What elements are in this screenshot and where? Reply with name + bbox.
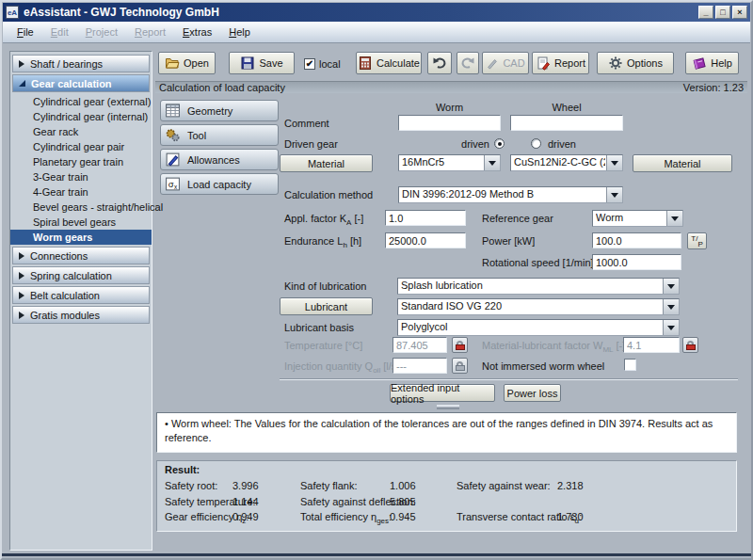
allowances-button[interactable]: Allowances — [160, 149, 279, 170]
warning-box: • Worm wheel: The Values for the calcula… — [156, 412, 737, 453]
menu-help[interactable]: Help — [220, 22, 259, 42]
panel-title: Calculation of load capacity — [159, 82, 285, 93]
sidebar-item-spring-calculation[interactable]: Spring calculation — [12, 266, 150, 284]
load-capacity-button[interactable]: σx Load capacity — [160, 173, 279, 195]
lubricant-button[interactable]: Lubricant — [280, 297, 373, 315]
window-bottom-frame — [2, 553, 751, 556]
minimize-button[interactable]: _ — [698, 6, 713, 19]
rotational-speed-input[interactable] — [592, 254, 681, 270]
power-loss-button[interactable]: Power loss — [504, 384, 561, 402]
sidebar-item-gear-calculation[interactable]: Gear calculation — [12, 74, 150, 92]
material-lubricant-factor-lock-button[interactable] — [682, 337, 698, 353]
rotational-speed-label: Rotational speed [1/min] — [482, 257, 594, 268]
tool-gears-icon — [165, 127, 181, 143]
endurance-input[interactable] — [385, 232, 466, 248]
power-input[interactable] — [592, 232, 681, 248]
lock-icon — [456, 344, 465, 350]
maximize-button[interactable]: □ — [715, 6, 730, 19]
total-efficiency-value: 0.945 — [390, 511, 416, 522]
open-button[interactable]: Open — [158, 52, 216, 74]
tool-label: Tool — [187, 130, 206, 141]
sidebar-item-gear-rack[interactable]: Gear rack — [10, 124, 152, 139]
comment-worm-input[interactable] — [398, 115, 501, 131]
reference-gear-value: Worm — [596, 212, 665, 223]
undo-icon — [432, 56, 447, 71]
sidebar-item-bevel-gears[interactable]: Bevel gears - straight/helical — [10, 200, 152, 215]
kind-of-lubrication-dropdown[interactable]: Splash lubrication — [397, 278, 680, 295]
geometry-button[interactable]: Geometry — [160, 100, 279, 121]
sidebar-item-shaft-bearings[interactable]: Shaft / bearings — [12, 55, 150, 72]
chevron-down-icon[interactable] — [663, 299, 679, 314]
open-label: Open — [184, 57, 209, 69]
report-label: Report — [554, 57, 585, 69]
close-button[interactable]: × — [732, 6, 747, 19]
gear-efficiency-value: 0.949 — [232, 511, 259, 522]
sidebar-item-3-gear-train[interactable]: 3-Gear train — [10, 169, 152, 184]
lock-icon — [686, 344, 696, 350]
calculator-icon — [358, 56, 373, 71]
not-immersed-checkbox[interactable] — [624, 359, 636, 371]
driven-worm-radio[interactable] — [494, 138, 505, 149]
material-worm-dropdown[interactable]: 16MnCr5 — [398, 154, 501, 171]
temperature-lock-button[interactable] — [452, 337, 468, 353]
calculation-method-value: DIN 3996:2012-09 Method B — [402, 188, 605, 200]
tool-button[interactable]: Tool — [160, 124, 279, 146]
lubricant-dropdown[interactable]: Standard ISO VG 220 — [397, 298, 680, 315]
sidebar-item-connections[interactable]: Connections — [12, 247, 150, 264]
allowances-label: Allowances — [187, 154, 240, 166]
save-label: Save — [259, 57, 282, 69]
menu-extras[interactable]: Extras — [174, 22, 220, 42]
sidebar-item-cylindrical-gear-internal[interactable]: Cylindrical gear (internal) — [10, 109, 152, 124]
sidebar-item-belt-calculation[interactable]: Belt calculation — [12, 286, 150, 304]
sidebar-item-4-gear-train[interactable]: 4-Gear train — [10, 184, 152, 200]
sidebar-item-spiral-bevel-gears[interactable]: Spiral bevel gears — [10, 215, 152, 230]
sidebar-item-gratis-modules[interactable]: Gratis modules — [12, 306, 150, 324]
calculation-method-dropdown[interactable]: DIN 3996:2012-09 Method B — [398, 186, 623, 203]
local-checkbox-group[interactable]: local — [304, 56, 353, 72]
chevron-down-icon[interactable] — [666, 211, 682, 226]
reference-gear-dropdown[interactable]: Worm — [592, 210, 683, 227]
material-worm-button[interactable]: Material — [280, 154, 373, 172]
material-wheel-button[interactable]: Material — [633, 154, 732, 172]
help-button[interactable]: Help — [685, 52, 739, 74]
comment-wheel-input[interactable] — [510, 115, 623, 131]
menu-project: Project — [77, 22, 126, 42]
report-button[interactable]: Report — [532, 52, 589, 74]
safety-flank-value: 1.006 — [390, 480, 416, 491]
chevron-down-icon[interactable] — [663, 279, 679, 294]
splitter-handle[interactable] — [437, 405, 459, 409]
kind-of-lubrication-value: Splash lubrication — [401, 280, 662, 291]
result-title: Result: — [165, 464, 200, 475]
calculate-button[interactable]: Calculate — [356, 52, 422, 74]
geometry-grid-icon — [165, 103, 181, 119]
menu-file[interactable]: File — [8, 22, 42, 42]
sidebar: Shaft / bearings Gear calculation Cylind… — [9, 51, 152, 551]
app-icon: eA — [6, 6, 19, 19]
torque-power-toggle-button[interactable]: T/P — [687, 232, 707, 249]
reference-gear-label: Reference gear — [482, 213, 553, 224]
extended-input-options-button[interactable]: Extended input options — [390, 384, 495, 402]
sidebar-item-label: Belt calculation — [30, 290, 100, 301]
sidebar-item-label: Connections — [30, 250, 88, 262]
chevron-down-icon[interactable] — [606, 187, 622, 202]
chevron-down-icon[interactable] — [606, 155, 622, 170]
options-button[interactable]: Options — [597, 52, 674, 74]
safety-against-wear-label: Safety against wear: — [457, 480, 551, 491]
undo-button[interactable] — [427, 52, 452, 74]
appl-factor-input[interactable] — [385, 210, 466, 226]
chevron-down-icon[interactable] — [484, 155, 500, 170]
driven-wheel-radio[interactable] — [531, 138, 541, 149]
local-checkbox[interactable] — [304, 58, 315, 70]
material-wheel-dropdown[interactable]: CuSn12Ni2-C-GC (2... — [510, 154, 623, 171]
sidebar-item-planetary-gear-train[interactable]: Planetary gear train — [10, 154, 152, 169]
lubricant-basis-dropdown[interactable]: Polyglycol — [397, 319, 680, 336]
material-worm-value: 16MnCr5 — [402, 156, 483, 168]
warning-text: Worm wheel: The Values for the calculati… — [165, 418, 713, 443]
save-button[interactable]: Save — [229, 52, 295, 74]
options-label: Options — [627, 57, 663, 69]
sidebar-item-cylindrical-gear-pair[interactable]: Cylindrical gear pair — [10, 139, 152, 154]
chevron-down-icon[interactable] — [663, 320, 679, 335]
sidebar-item-cylindrical-gear-external[interactable]: Cylindrical gear (external) — [10, 94, 152, 109]
sidebar-item-worm-gears[interactable]: Worm gears — [10, 230, 152, 245]
collapsed-arrow-icon — [19, 60, 24, 68]
